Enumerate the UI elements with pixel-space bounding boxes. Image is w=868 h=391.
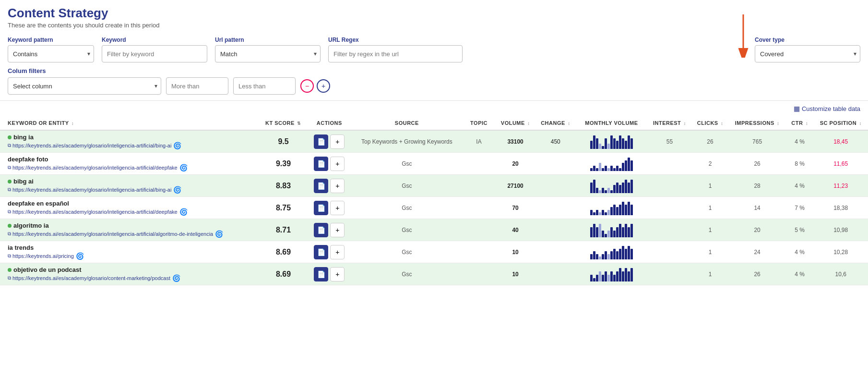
cookie-icon[interactable]: 🌀 — [215, 230, 223, 238]
bar — [616, 183, 618, 193]
bar — [619, 268, 621, 281]
sort-icon-change[interactable]: ↕ — [568, 121, 570, 126]
keyword-cell: objetivo de un podcast⧉ https://keytrend… — [0, 263, 260, 285]
volume-cell: 40 — [495, 219, 535, 241]
add-button[interactable]: + — [330, 267, 345, 281]
cookie-icon[interactable]: 🌀 — [76, 252, 84, 260]
cookie-icon[interactable]: 🌀 — [179, 164, 188, 171]
keyword-link[interactable]: ⧉ https://keytrends.ai/es/academy/glosar… — [8, 165, 178, 171]
add-button[interactable]: + — [330, 179, 345, 193]
sort-icon-ctr[interactable]: ↕ — [806, 121, 808, 126]
bar — [607, 168, 610, 171]
bar — [596, 168, 598, 171]
bar — [605, 234, 607, 237]
sort-icon-sc[interactable]: ↕ — [859, 121, 862, 126]
add-button[interactable]: + — [330, 157, 345, 171]
doc-button[interactable]: 📄 — [314, 179, 328, 193]
sort-icon-interest[interactable]: ↕ — [684, 121, 686, 126]
table-row: deepfake foto⧉ https://keytrends.ai/es/a… — [0, 153, 868, 175]
doc-button[interactable]: 📄 — [314, 157, 328, 171]
change-cell: 450 — [535, 130, 576, 153]
keyword-pattern-wrapper: Contains Starts with Ends with Exact mat… — [8, 45, 94, 62]
sort-icon-volume[interactable]: ↕ — [527, 121, 530, 126]
keyword-pattern-select[interactable]: Contains Starts with Ends with Exact mat… — [8, 45, 94, 62]
kt-score-cell: 8.75 — [260, 197, 308, 219]
sort-icon-clicks[interactable]: ↕ — [721, 121, 723, 126]
url-pattern-select[interactable]: Match Contains Starts with Ends with — [215, 45, 321, 62]
doc-button[interactable]: 📄 — [314, 267, 328, 281]
cookie-icon[interactable]: 🌀 — [172, 274, 180, 282]
clicks-value: 26 — [707, 138, 713, 145]
col-ctr: CTR ↕ — [786, 116, 813, 130]
select-column-select[interactable]: Select column Volume KT Score Clicks Imp… — [8, 77, 161, 95]
impressions-value: 765 — [752, 138, 762, 145]
impressions-value: 26 — [754, 271, 760, 278]
sort-icon-kt[interactable]: ⇅ — [297, 121, 301, 126]
bar — [610, 207, 613, 215]
cover-type-group: Cover type Covered Not covered All — [755, 37, 860, 62]
bar — [607, 188, 610, 193]
clicks-value: 1 — [709, 227, 712, 233]
clicks-cell: 26 — [692, 130, 728, 153]
col-actions: ACTIONS — [307, 116, 351, 130]
bar — [622, 138, 624, 149]
keyword-link[interactable]: ⧉ https://keytrends.ai/es/academy/glosar… — [8, 231, 213, 237]
source-cell: Gsc — [351, 197, 462, 219]
keyword-link[interactable]: ⧉ https://keytrends.ai/es/academy/glosar… — [8, 275, 170, 281]
url-regex-input[interactable] — [328, 45, 463, 62]
bar — [628, 202, 630, 215]
main-table: KEYWORD OR ENTITY ↕ KT SCORE ⇅ ACTIONS S… — [0, 116, 868, 285]
sc-position-value: 10,6 — [835, 271, 846, 278]
sort-icon-impressions[interactable]: ↕ — [777, 121, 779, 126]
sort-icon-keyword[interactable]: ↕ — [71, 121, 74, 126]
more-than-input[interactable] — [166, 77, 228, 95]
bar — [625, 268, 627, 281]
clicks-value: 1 — [709, 183, 712, 189]
keyword-input[interactable] — [102, 45, 207, 62]
add-filter-button[interactable]: + — [317, 79, 330, 93]
interest-cell — [647, 241, 692, 263]
keyword-link[interactable]: ⧉ https://keytrends.ai/es/academy/glosar… — [8, 209, 178, 215]
keyword-cell: bing ia⧉ https://keytrends.ai/es/academy… — [0, 130, 260, 153]
impressions-cell: 26 — [728, 263, 786, 285]
doc-button[interactable]: 📄 — [314, 201, 328, 215]
green-dot — [8, 224, 12, 228]
source-value: Gsc — [402, 183, 412, 189]
cookie-icon[interactable]: 🌀 — [173, 142, 181, 149]
add-button[interactable]: + — [330, 201, 345, 215]
keyword-link[interactable]: ⧉ https://keytrends.ai/es/academy/glosar… — [8, 187, 171, 193]
ctr-value: 7 % — [795, 205, 805, 211]
keyword-link[interactable]: ⧉ https://keytrends.ai/pricing — [8, 253, 74, 259]
bar — [625, 205, 627, 215]
interest-cell — [647, 197, 692, 219]
url-regex-group: URL Regex — [328, 37, 463, 62]
add-button[interactable]: + — [330, 245, 345, 259]
bar — [619, 205, 621, 215]
cover-type-select[interactable]: Covered Not covered All — [755, 45, 860, 62]
doc-button[interactable]: 📄 — [314, 134, 328, 149]
change-cell — [535, 241, 576, 263]
less-than-input[interactable] — [233, 77, 296, 95]
add-button[interactable]: + — [330, 134, 345, 149]
bar — [596, 254, 598, 259]
bar — [596, 188, 598, 193]
sc-position-cell: 18,38 — [813, 197, 868, 219]
bar — [610, 166, 613, 171]
keyword-link[interactable]: ⧉ https://keytrends.ai/es/academy/glosar… — [8, 143, 171, 148]
remove-filter-button[interactable]: − — [300, 79, 314, 93]
customize-table-button[interactable]: ▦ Customize table data — [794, 105, 860, 112]
topic-cell: IA — [463, 130, 496, 153]
bar — [590, 275, 593, 281]
add-button[interactable]: + — [330, 223, 345, 237]
table-row: bibg ai⧉ https://keytrends.ai/es/academy… — [0, 175, 868, 197]
sc-position-cell: 10,28 — [813, 241, 868, 263]
actions-cell: 📄 + — [307, 241, 351, 263]
topic-cell — [463, 153, 496, 175]
url-pattern-wrapper: Match Contains Starts with Ends with — [215, 45, 321, 62]
doc-button[interactable]: 📄 — [314, 245, 328, 259]
cookie-icon[interactable]: 🌀 — [179, 208, 188, 216]
cookie-icon[interactable]: 🌀 — [173, 186, 181, 194]
external-link-icon: ⧉ — [8, 253, 11, 259]
table-body: bing ia⧉ https://keytrends.ai/es/academy… — [0, 130, 868, 285]
doc-button[interactable]: 📄 — [314, 223, 328, 237]
